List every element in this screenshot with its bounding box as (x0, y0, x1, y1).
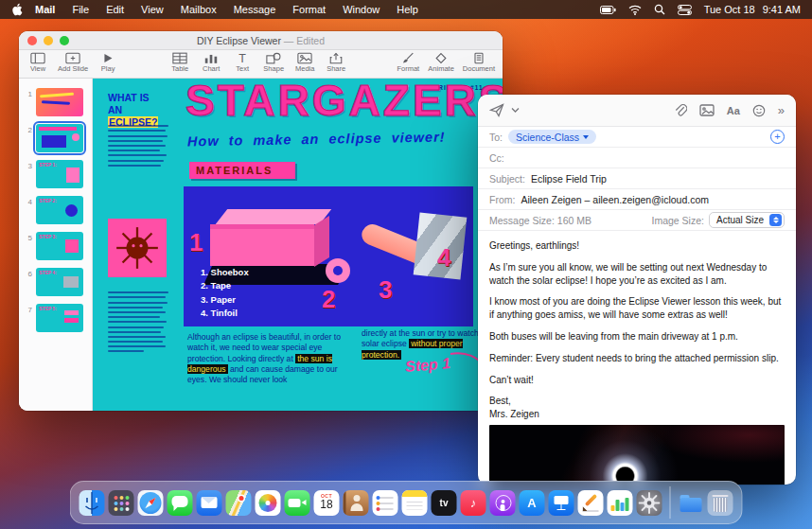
dock-icon-reminders[interactable] (373, 490, 398, 516)
dock-icon-music[interactable]: ♪ (461, 490, 486, 516)
dock-icon-trash[interactable] (708, 490, 733, 516)
more-icon[interactable]: » (778, 103, 785, 117)
play-button[interactable]: Play (97, 52, 119, 73)
desktop: Mail File Edit View Mailbox Message Form… (0, 0, 812, 529)
recipient-pill[interactable]: Science-Class (508, 130, 596, 144)
dock-icon-app-store[interactable]: A (520, 490, 545, 516)
control-center-icon[interactable] (678, 5, 692, 15)
dock-icon-keynote[interactable] (549, 490, 574, 516)
svg-text:T: T (238, 52, 246, 64)
dock-icon-pages[interactable] (578, 490, 604, 516)
menu-window[interactable]: Window (334, 4, 388, 15)
slide-thumbnail-1[interactable] (36, 88, 83, 116)
add-slide-button[interactable]: Add Slide (58, 52, 88, 73)
cc-field[interactable]: Cc: (478, 148, 796, 168)
media-button[interactable]: Media (293, 52, 316, 73)
search-icon[interactable] (654, 4, 665, 15)
apple-menu[interactable] (11, 3, 23, 16)
dock-icon-messages[interactable] (168, 490, 193, 516)
dock-icon-facetime[interactable] (285, 490, 310, 516)
menu-mailbox[interactable]: Mailbox (172, 4, 225, 15)
slide-row-7[interactable]: 7 STEP 5: (19, 300, 92, 336)
slide-thumbnail-3[interactable]: STEP 1: (36, 160, 83, 188)
slide-thumbnail-2-selected[interactable] (36, 124, 83, 152)
attachment-icon[interactable] (673, 103, 687, 117)
chevron-down-icon[interactable] (511, 107, 520, 114)
launchpad-grid-icon (115, 496, 118, 500)
subject-value: Eclipse Field Trip (531, 173, 607, 185)
menu-format[interactable]: Format (284, 4, 334, 15)
from-label: From: (489, 194, 515, 205)
menu-clock[interactable]: Tue Oct 18 9:41 AM (704, 4, 801, 15)
close-button[interactable] (27, 36, 37, 45)
dock-icon-podcasts[interactable] (490, 490, 516, 516)
pill-chevron-icon (583, 135, 589, 139)
send-icon[interactable] (489, 103, 504, 117)
wifi-icon[interactable] (628, 5, 642, 15)
podcasts-figure-icon (501, 504, 505, 511)
document-button[interactable]: Document (463, 52, 495, 73)
slide-canvas[interactable]: EXPERIMENT #11 WHAT IS AN ECLIPSE? (93, 79, 503, 411)
to-field[interactable]: To: Science-Class + (478, 127, 796, 148)
slide-row-1[interactable]: 1 (19, 84, 92, 120)
slide-thumbnail-5[interactable]: STEP 3: (36, 232, 83, 260)
menu-message[interactable]: Message (225, 4, 285, 15)
dock-icon-photos[interactable] (256, 490, 281, 516)
shape-button[interactable]: Shape (262, 52, 285, 73)
slide-thumbnail-6[interactable]: STEP 4: (36, 268, 83, 296)
dock-icon-tv[interactable]: tv (432, 490, 457, 516)
share-button[interactable]: Share (325, 52, 347, 73)
message-body-editor[interactable]: Greetings, earthlings! As I’m sure you a… (478, 231, 796, 485)
slide-row-5[interactable]: 5 STEP 3: (19, 228, 92, 264)
dock-icon-numbers[interactable] (608, 490, 633, 516)
slide-subtitle: How to make an eclipse viewer! (187, 130, 446, 150)
contacts-silhouette-icon (351, 503, 363, 511)
menu-help[interactable]: Help (388, 4, 427, 15)
dock-icon-notes[interactable] (402, 490, 428, 516)
dock-icon-contacts[interactable] (344, 490, 369, 516)
image-size-select[interactable]: Actual Size (709, 212, 785, 228)
subject-field[interactable]: Subject: Eclipse Field Trip (478, 168, 796, 189)
format-button[interactable]: Format (397, 52, 419, 73)
dock-icon-system-settings[interactable] (637, 490, 662, 516)
item-number-2: 2 (322, 285, 335, 314)
minimize-button[interactable] (44, 36, 53, 45)
mail-toolbar[interactable]: Aa » (478, 95, 796, 127)
shoebox-side (314, 216, 329, 267)
dock-icon-calendar[interactable]: OCT 18 (314, 490, 340, 516)
slide-row-2[interactable]: 2 (19, 120, 92, 156)
photo-icon[interactable] (699, 104, 715, 116)
slide-row-4[interactable]: 4 STEP 2: (19, 192, 92, 228)
format-icon[interactable]: Aa (727, 105, 740, 116)
slide-thumbnail-7[interactable]: STEP 5: (36, 304, 83, 332)
from-field[interactable]: From: Aileen Zeigen – aileen.zeigen@iclo… (478, 189, 796, 210)
slide-thumbnail-4[interactable]: STEP 2: (36, 196, 83, 224)
emoji-icon[interactable] (752, 104, 766, 117)
chart-icon (203, 52, 219, 64)
view-button[interactable]: View (26, 52, 49, 73)
signature-name: Mrs. Zeigen (489, 408, 785, 421)
dock-icon-launchpad[interactable] (109, 490, 134, 516)
slide-number: 7 (19, 304, 32, 332)
dock-icon-safari[interactable] (138, 490, 164, 516)
dock-icon-mail[interactable] (197, 490, 222, 516)
text-button[interactable]: TText (231, 52, 254, 73)
animate-button[interactable]: Animate (428, 52, 454, 73)
table-button[interactable]: Table (168, 52, 191, 73)
zoom-button[interactable] (60, 36, 69, 45)
dock-icon-finder[interactable] (79, 490, 105, 516)
dock-icon-downloads[interactable] (679, 490, 704, 516)
slide-row-6[interactable]: 6 STEP 4: (19, 264, 92, 300)
battery-icon[interactable] (600, 6, 616, 14)
slide-row-3[interactable]: 3 STEP 1: (19, 156, 92, 192)
keynote-title-bar[interactable]: DIY Eclipse Viewer — Edited (19, 31, 503, 50)
chart-button[interactable]: Chart (200, 52, 222, 73)
add-recipient-button[interactable]: + (770, 130, 785, 144)
menu-file[interactable]: File (63, 4, 97, 15)
slide-number: 5 (19, 232, 32, 260)
dock-icon-maps[interactable] (226, 490, 252, 516)
menu-view[interactable]: View (132, 4, 172, 15)
menu-edit[interactable]: Edit (97, 4, 132, 15)
menu-app-name[interactable]: Mail (26, 4, 63, 15)
eclipse-photo-attachment[interactable] (489, 425, 785, 485)
